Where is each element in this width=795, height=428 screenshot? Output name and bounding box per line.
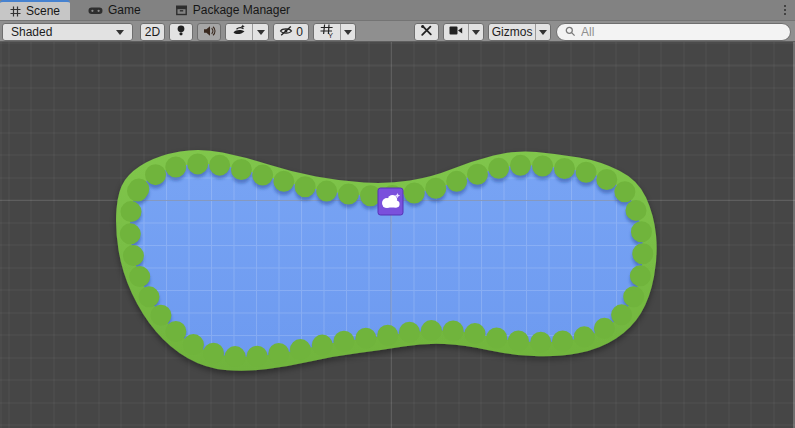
gizmos-text: Gizmos [492,25,533,39]
draw-mode-dropdown[interactable]: Shaded [2,23,133,41]
tab-game-label: Game [108,3,141,17]
draw-mode-label: Shaded [11,25,52,39]
scene-canvas[interactable] [0,42,795,428]
tab-package-manager-label: Package Manager [193,3,290,17]
scene-lighting-button[interactable] [169,23,193,41]
grid-toggle[interactable]: Y [314,24,340,40]
lightbulb-icon [175,24,187,40]
tab-scene[interactable]: Scene [0,0,70,20]
effects-toggle[interactable] [226,24,252,40]
component-tools-button[interactable] [414,23,439,41]
svg-text:Y: Y [328,30,333,38]
tab-game[interactable]: Game [78,0,151,20]
tab-bar: Scene Game Package Manager [0,0,795,20]
camera-toggle[interactable] [444,24,468,40]
grid-visual-dropdown-button: Y [313,23,356,41]
chevron-down-icon [344,30,352,35]
chevron-down-icon [116,30,124,35]
scene-search-field[interactable] [556,23,791,41]
chevron-down-icon [257,30,265,35]
sprite-shape-icon[interactable] [378,188,403,215]
search-input[interactable] [581,25,782,39]
scene-camera-dropdown-button [443,23,484,41]
package-icon [175,4,188,16]
gizmos-dropdown-button: Gizmos [488,23,551,41]
grid-dropdown[interactable] [340,24,355,40]
gizmos-dropdown[interactable] [535,24,550,40]
gizmos-toggle[interactable]: Gizmos [489,24,535,40]
tab-package-manager[interactable]: Package Manager [165,0,300,20]
camera-icon [449,25,463,39]
chevron-down-icon [472,30,480,35]
2d-toggle-label: 2D [145,25,160,39]
tab-scene-label: Scene [26,4,60,18]
eye-slash-icon [279,25,293,40]
scene-toolbar: Shaded 2D 0 Y [0,20,795,42]
grid-axis-icon: Y [320,24,334,41]
effects-dropdown[interactable] [252,24,268,40]
scene-viewport[interactable] [0,42,795,428]
hidden-count-label: 0 [296,25,303,39]
scene-audio-button[interactable] [197,23,221,41]
tools-wrench-icon [420,24,433,40]
scene-grid-icon [10,6,21,17]
chevron-down-icon [539,30,547,35]
camera-dropdown[interactable] [468,24,483,40]
effects-dropdown-button [225,23,269,41]
search-icon [565,23,576,41]
tab-overflow-menu-icon[interactable] [778,2,792,18]
speaker-icon [203,25,216,40]
2d-toggle-button[interactable]: 2D [140,23,165,41]
effects-icon [232,24,246,40]
scene-visibility-button[interactable]: 0 [273,23,309,41]
gamepad-icon [88,5,103,16]
